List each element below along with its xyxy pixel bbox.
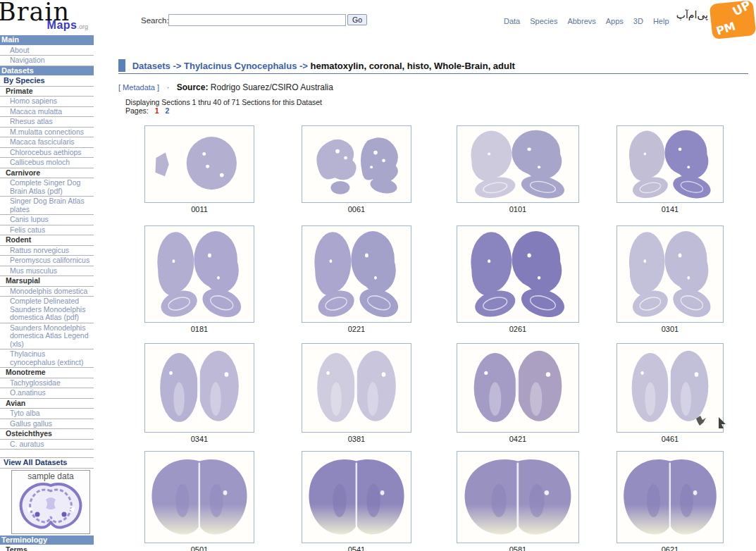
top-nav-species[interactable]: Species <box>530 17 557 25</box>
section-image-0011[interactable] <box>144 125 254 203</box>
section-thumb-0461: 0461 <box>616 343 724 443</box>
breadcrumb-arrow: -> <box>173 61 181 71</box>
top-nav-3d[interactable]: 3D <box>633 17 643 25</box>
sidebar-item-singer-dog-brain-atlas-plates[interactable]: Singer Dog Brain Atlas plates <box>0 197 94 215</box>
section-image-0421[interactable] <box>457 343 579 433</box>
section-image-0621[interactable] <box>616 451 724 543</box>
section-image-0101[interactable] <box>457 125 579 203</box>
section-image-0581[interactable] <box>457 451 579 543</box>
section-image-0141[interactable] <box>616 125 724 203</box>
sample-brain-image <box>18 481 85 531</box>
metadata-link[interactable]: [ Metadata ] <box>118 83 159 92</box>
sidebar-item-thylacinus-cynocephalus-extinct-[interactable]: Thylacinus cynocephalus (extinct) <box>0 349 94 368</box>
watermark-pm-text: PM <box>714 19 737 38</box>
top-nav-data[interactable]: Data <box>504 17 520 25</box>
section-label-0011: 0011 <box>144 205 254 213</box>
sidebar-item-macaca-mulatta[interactable]: Macaca mulatta <box>0 107 94 118</box>
section-label-0221: 0221 <box>302 325 411 333</box>
section-thumb-0341: 0341 <box>144 343 254 443</box>
section-image-0461[interactable] <box>616 343 724 433</box>
page-number-1[interactable]: 1 <box>155 106 159 115</box>
source-label: Source: <box>177 82 209 92</box>
sidebar-item-canis-lupus[interactable]: Canis lupus <box>0 215 94 225</box>
section-image-0221[interactable] <box>302 225 411 323</box>
sidebar-item-homo-sapiens[interactable]: Homo sapiens <box>0 97 94 107</box>
sidebar-item-rhesus-atlas[interactable]: Rhesus atlas <box>0 117 94 128</box>
sidebar-item-monodelphis-domestica[interactable]: Monodelphis domestica <box>0 287 94 297</box>
meta-row: [ Metadata ] · Source: Rodrigo Suarez/CS… <box>118 82 333 92</box>
sidebar-item-complete-delineated-saunders-monodelphis-domestica-atlas-pdf-[interactable]: Complete Delineated Saunders Monodelphis… <box>0 297 94 323</box>
sidebar-item-by-species[interactable]: By Species <box>0 76 94 87</box>
sidebar-item-view-all-datasets[interactable]: View All Datasets <box>0 458 94 469</box>
sidebar-item-spacer <box>0 450 94 458</box>
sidebar-item-carnivore: Carnivore <box>0 168 94 179</box>
section-thumb-0621: 0621 <box>616 451 724 551</box>
sidebar-item-tachyglossidae[interactable]: Tachyglossidae <box>0 378 94 389</box>
breadcrumb-datasets-link[interactable]: Datasets <box>132 61 171 71</box>
top-nav-abbrevs[interactable]: Abbrevs <box>567 17 595 25</box>
sidebar-item-tyto-alba[interactable]: Tyto alba <box>0 409 94 419</box>
section-thumb-0301: 0301 <box>616 225 724 333</box>
sidebar-item-monotreme: Monotreme <box>0 368 94 378</box>
meta-separator: · <box>166 82 169 92</box>
sidebar-item-callicebus-moloch[interactable]: Callicebus moloch <box>0 158 94 168</box>
sidebar-item-peromyscus-californicus[interactable]: Peromyscus californicus <box>0 256 94 266</box>
sidebar-item-complete-singer-dog-brain-atlas-pdf-[interactable]: Complete Singer Dog Brain Atlas (pdf) <box>0 178 94 197</box>
section-label-0621: 0621 <box>616 545 724 551</box>
sidebar-item-main: Main <box>0 35 94 46</box>
displaying-sections-text: Displaying Sections 1 thru 40 of 71 Sect… <box>125 98 322 106</box>
breadcrumb: Datasets -> Thylacinus Cynocephalus -> h… <box>118 59 515 72</box>
section-label-0341: 0341 <box>144 435 254 443</box>
sidebar-item-navigation[interactable]: Navigation <box>0 56 94 66</box>
sidebar-item-m-mulatta-connections[interactable]: M.mulatta connections <box>0 128 94 138</box>
sidebar-item-osteichthyes: Osteichthyes <box>0 429 94 440</box>
section-image-0541[interactable] <box>302 451 411 543</box>
section-image-0061[interactable] <box>302 125 411 203</box>
sidebar-item-primate: Primate <box>0 87 94 97</box>
section-thumb-0421: 0421 <box>457 343 579 443</box>
section-image-0181[interactable] <box>144 225 254 323</box>
section-thumb-0141: 0141 <box>616 125 724 213</box>
section-image-0301[interactable] <box>616 225 724 323</box>
sample-data-box[interactable]: sample data <box>11 470 90 534</box>
sidebar-item-o-anatinus[interactable]: O.anatinus <box>0 388 94 399</box>
sidebar-item-c-auratus[interactable]: C. auratus <box>0 440 94 450</box>
search-go-button[interactable]: Go <box>347 14 367 25</box>
sidebar-item-mus-musculus[interactable]: Mus musculus <box>0 266 94 277</box>
breadcrumb-marker-icon <box>118 59 125 72</box>
search-label: Search: <box>141 16 169 25</box>
sidebar-item-gallus-gallus[interactable]: Gallus gallus <box>0 419 94 430</box>
breadcrumb-rule <box>118 73 748 74</box>
sidebar-item-macaca-fascicularis[interactable]: Macaca fascicularis <box>0 137 94 148</box>
section-thumb-0501: 0501 <box>144 451 254 551</box>
top-nav-apps[interactable]: Apps <box>606 17 624 25</box>
section-image-0501[interactable] <box>144 451 254 543</box>
breadcrumb-species-link[interactable]: Thylacinus Cynocephalus <box>184 61 297 71</box>
source-value: Rodrigo Suarez/CSIRO Australia <box>211 82 333 92</box>
sidebar-item-terminology: Terminology <box>0 535 94 546</box>
section-label-0141: 0141 <box>616 205 724 213</box>
sidebar-item-about[interactable]: About <box>0 46 94 56</box>
sidebar-item-saunders-monodelphis-domestica-atlas-legend-xls-[interactable]: Saunders Monodelphis domestica Atlas Leg… <box>0 323 94 350</box>
page-number-2[interactable]: 2 <box>166 106 170 115</box>
section-thumb-0181: 0181 <box>144 225 254 333</box>
section-label-0381: 0381 <box>302 435 411 443</box>
sidebar-item-chlorocebus-aethiops[interactable]: Chlorocebus aethiops <box>0 148 94 159</box>
section-thumb-0221: 0221 <box>302 225 411 333</box>
search-input[interactable] <box>168 14 346 26</box>
sample-data-label: sample data <box>12 471 89 481</box>
pmup-badge-icon: UP PM <box>709 0 756 39</box>
pmup-watermark: پی‌ام‌آپ UP PM <box>664 0 756 44</box>
brainmaps-logo[interactable]: Brain Maps.org <box>0 0 94 35</box>
sidebar-item-datasets: Datasets <box>0 66 94 77</box>
section-image-0261[interactable] <box>457 225 579 323</box>
logo-maps-text: Maps <box>47 19 78 31</box>
sidebar-item-avian: Avian <box>0 399 94 409</box>
sidebar-item-rattus-norvegicus[interactable]: Rattus norvegicus <box>0 246 94 256</box>
sidebar-item-terms: Terms <box>0 545 94 551</box>
sidebar-item-felis-catus[interactable]: Felis catus <box>0 225 94 236</box>
watermark-up-text: UP <box>730 0 753 19</box>
section-label-0541: 0541 <box>302 545 411 551</box>
section-image-0381[interactable] <box>302 343 411 433</box>
section-image-0341[interactable] <box>144 343 254 433</box>
